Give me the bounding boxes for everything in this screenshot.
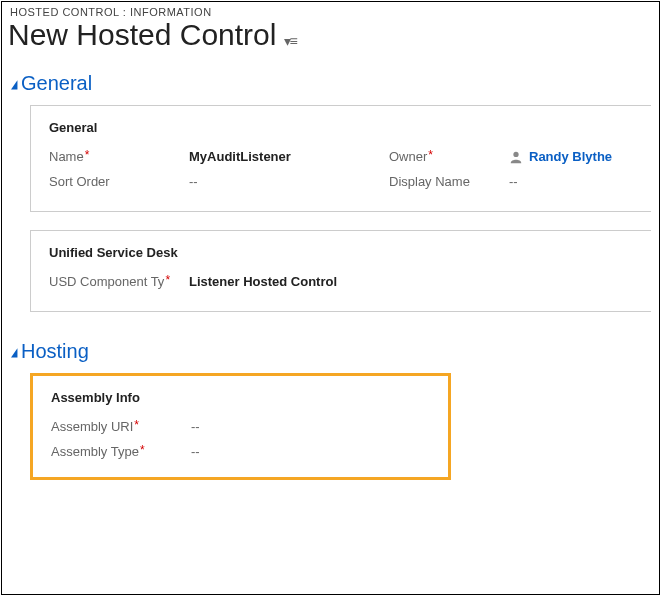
panel-title-usd: Unified Service Desk xyxy=(49,245,633,260)
chevron-down-icon: ◢ xyxy=(11,77,17,91)
panel-title-general: General xyxy=(49,120,633,135)
panel-general: General Name* MyAuditListener Owner* xyxy=(30,105,651,212)
label-sort-order: Sort Order xyxy=(49,174,189,189)
label-assembly-type: Assembly Type* xyxy=(51,444,191,459)
value-sort-order[interactable]: -- xyxy=(189,174,389,189)
owner-link[interactable]: Randy Blythe xyxy=(529,149,612,164)
section-title-general: General xyxy=(21,72,92,95)
value-assembly-uri[interactable]: -- xyxy=(191,419,430,434)
person-icon xyxy=(509,150,523,164)
section-title-hosting: Hosting xyxy=(21,340,89,363)
panel-title-assembly: Assembly Info xyxy=(51,390,430,405)
section-header-general[interactable]: ◢ General xyxy=(10,72,651,95)
label-display-name: Display Name xyxy=(389,174,509,189)
label-usd-component: USD Component Ty* xyxy=(49,274,189,289)
breadcrumb: HOSTED CONTROL : INFORMATION xyxy=(2,2,659,18)
value-name[interactable]: MyAuditListener xyxy=(189,149,389,164)
value-usd-component[interactable]: Listener Hosted Control xyxy=(189,274,633,289)
value-display-name[interactable]: -- xyxy=(509,174,660,189)
label-assembly-uri: Assembly URI* xyxy=(51,419,191,434)
section-header-hosting[interactable]: ◢ Hosting xyxy=(10,340,651,363)
svg-point-0 xyxy=(513,151,518,156)
panel-usd: Unified Service Desk USD Component Ty* L… xyxy=(30,230,651,312)
value-owner[interactable]: Randy Blythe xyxy=(509,149,660,164)
label-owner: Owner* xyxy=(389,149,509,164)
chevron-down-icon: ◢ xyxy=(11,345,17,359)
page-title: New Hosted Control xyxy=(8,18,276,52)
panel-assembly-info: Assembly Info Assembly URI* -- Assembly … xyxy=(30,373,451,480)
label-name: Name* xyxy=(49,149,189,164)
value-assembly-type[interactable]: -- xyxy=(191,444,430,459)
title-menu-icon[interactable]: ▾≡ xyxy=(284,33,295,49)
